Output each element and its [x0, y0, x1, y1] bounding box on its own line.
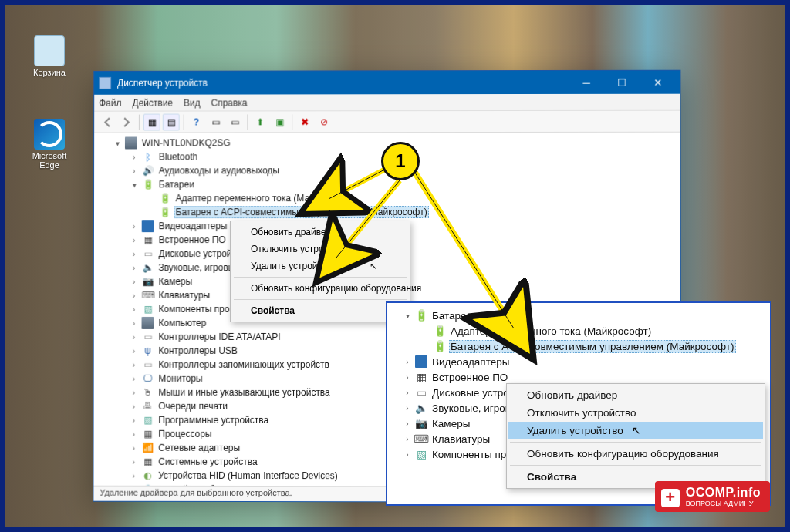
tree-item-acpi-battery[interactable]: 🔋Батарея с ACPI-совместимым управлением …: [390, 338, 770, 354]
sound-icon: 🔈: [142, 261, 154, 274]
battery-icon: 🔋: [159, 192, 171, 204]
menu-item-disable-device[interactable]: Отключить устройство: [232, 241, 408, 258]
network-icon: 📶: [141, 442, 154, 454]
context-menu: Обновить драйвер Отключить устройство Уд…: [230, 221, 410, 322]
desktop-icon-label: Microsoft Edge: [32, 151, 67, 170]
overlay-panel: ▾🔋Батареи 🔋Адаптер переменного тока (Май…: [386, 301, 771, 506]
titlebar[interactable]: Диспетчер устройств ─ ☐ ✕: [94, 71, 680, 95]
battery-icon: 🔋: [434, 325, 446, 337]
disk-icon: ▭: [415, 386, 427, 399]
toolbar-icon[interactable]: ▭: [226, 113, 243, 130]
back-button[interactable]: [99, 113, 116, 130]
tree-item-batteries[interactable]: ▾🔋Батареи: [390, 308, 770, 323]
minimize-button[interactable]: ─: [569, 71, 604, 94]
maximize-button[interactable]: ☐: [604, 71, 640, 94]
close-button[interactable]: ✕: [640, 71, 675, 94]
camera-icon: 📷: [142, 275, 154, 288]
ide-icon: ▭: [142, 331, 154, 343]
toolbar-icon[interactable]: ▤: [163, 113, 180, 130]
mouse-icon: 🖱: [141, 386, 154, 399]
menu-file[interactable]: Файл: [99, 97, 121, 108]
edge-icon: [34, 119, 65, 150]
menu-item-remove-device[interactable]: Удалить устройство↖: [508, 422, 763, 439]
monitor-icon: 🖵: [141, 372, 154, 385]
menu-item-scan-hardware[interactable]: Обновить конфигурацию оборудования: [232, 280, 408, 297]
watermark: + OCOMP.info ВОПРОСЫ АДМИНУ: [655, 481, 770, 512]
desktop-icon-label: Корзина: [33, 68, 66, 77]
tree-item-ac-adapter[interactable]: 🔋Адаптер переменного тока (Майкрософт): [390, 323, 770, 338]
usb-icon: ψ: [141, 345, 154, 357]
context-menu-overlay: Обновить драйвер Отключить устройство Уд…: [506, 383, 765, 489]
battery-icon: 🔋: [159, 206, 171, 218]
recycle-bin-icon: [34, 35, 65, 66]
bluetooth-icon: ᛒ: [142, 150, 154, 163]
computer-icon: [142, 317, 154, 329]
computer-icon: [125, 137, 137, 150]
watermark-sub: ВОПРОСЫ АДМИНУ: [686, 500, 761, 507]
forward-button[interactable]: [118, 113, 135, 130]
disable-icon[interactable]: ⊘: [316, 113, 333, 130]
battery-icon: 🔋: [142, 178, 154, 190]
menu-item-update-driver[interactable]: Обновить драйвер: [232, 224, 408, 241]
cursor-icon: ↖: [370, 261, 377, 271]
menu-item-update-driver[interactable]: Обновить драйвер: [508, 386, 763, 404]
help-icon[interactable]: ?: [188, 113, 205, 130]
cpu-icon: ▦: [141, 428, 154, 440]
menu-item-scan-hardware[interactable]: Обновить конфигурацию оборудования: [508, 445, 763, 463]
printer-icon: 🖶: [141, 400, 154, 412]
watermark-main: OCOMP.info: [686, 486, 761, 499]
tree-item-ac-adapter[interactable]: 🔋Адаптер переменного тока (Майкрософт): [96, 191, 679, 205]
window-icon: [99, 77, 111, 89]
firmware-icon: ▦: [142, 234, 154, 246]
tree-item-firmware[interactable]: ›▦Встроенное ПО: [390, 369, 770, 385]
cursor-icon: ↖: [632, 424, 641, 436]
uninstall-icon[interactable]: ✖: [296, 113, 313, 130]
system-icon: ▦: [141, 456, 154, 468]
menu-item-remove-device[interactable]: Удалить устройство↖: [232, 258, 408, 274]
software-device-icon: ▧: [141, 414, 154, 426]
camera-icon: 📷: [415, 417, 427, 429]
scan-hardware-icon[interactable]: ▣: [271, 113, 288, 130]
toolbar-icon[interactable]: ▦: [143, 113, 160, 130]
tree-item-acpi-battery[interactable]: 🔋Батарея с ACPI-совместимым управлением …: [96, 205, 679, 219]
software-icon: ▧: [142, 303, 154, 315]
menu-item-disable-device[interactable]: Отключить устройство: [508, 404, 763, 422]
menu-view[interactable]: Вид: [184, 97, 201, 108]
update-driver-icon[interactable]: ⬆: [252, 113, 268, 130]
hid-icon: ◐: [141, 470, 154, 482]
sound-icon: 🔈: [415, 402, 427, 414]
desktop-icon-recycle-bin[interactable]: Корзина: [22, 35, 77, 77]
toolbar: ▦ ▤ ? ▭ ▭ ⬆ ▣ ✖ ⊘: [94, 111, 680, 133]
menu-item-properties[interactable]: Свойства: [232, 302, 408, 319]
disk-icon: ▭: [142, 247, 154, 260]
window-title: Диспетчер устройств: [117, 77, 569, 89]
menu-action[interactable]: Действие: [132, 97, 173, 108]
desktop-icon-edge[interactable]: Microsoft Edge: [22, 119, 77, 170]
display-adapter-icon: [142, 220, 154, 232]
menu-bar: Файл Действие Вид Справка: [94, 94, 680, 112]
keyboard-icon: ⌨: [415, 433, 427, 445]
firmware-icon: ▦: [415, 371, 427, 383]
audio-icon: 🔊: [142, 164, 154, 177]
callout-badge: 1: [381, 142, 420, 180]
software-icon: ▧: [415, 448, 427, 460]
battery-icon: 🔋: [415, 309, 427, 322]
tree-item-batteries[interactable]: ▾🔋Батареи: [96, 177, 679, 192]
display-adapter-icon: [415, 355, 427, 368]
tree-item-video[interactable]: ›Видеоадаптеры: [390, 354, 770, 369]
storage-icon: ▭: [141, 359, 154, 371]
plus-icon: +: [661, 489, 680, 507]
keyboard-icon: ⌨: [142, 289, 154, 301]
menu-help[interactable]: Справка: [211, 97, 248, 108]
toolbar-icon[interactable]: ▭: [208, 113, 225, 130]
battery-icon: 🔋: [434, 340, 446, 352]
